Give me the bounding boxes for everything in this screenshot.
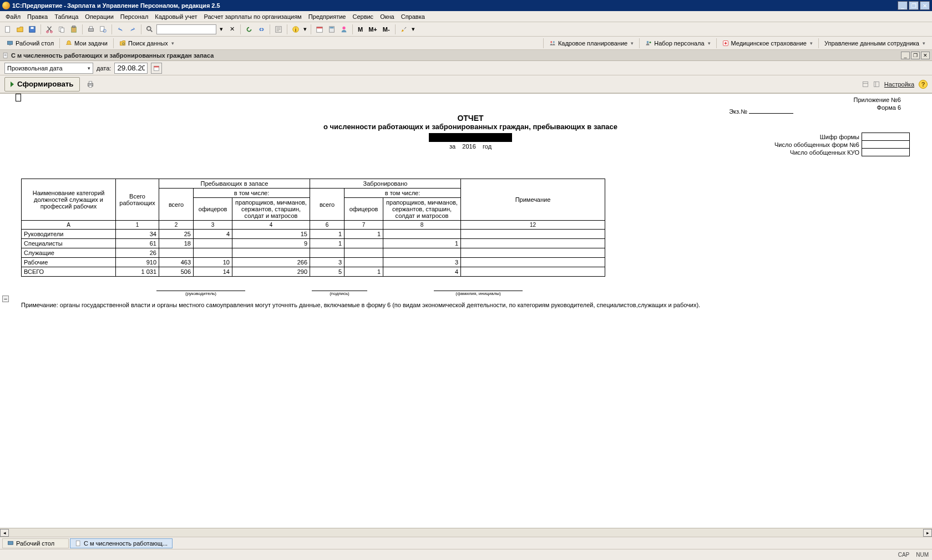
menu-windows[interactable]: Окна [377, 13, 398, 20]
date-input[interactable] [114, 63, 148, 74]
sig-sign-label: (подпись) [312, 291, 367, 296]
search-clear-icon[interactable]: ✕ [226, 24, 237, 35]
scroll-left-button[interactable]: ◂ [0, 529, 9, 537]
brush-icon[interactable] [398, 24, 409, 35]
search-input[interactable] [156, 24, 216, 34]
task-desktop[interactable]: Рабочий стол [2, 538, 69, 548]
m-minus-button[interactable]: M- [381, 24, 392, 35]
fold-handle[interactable]: − [2, 296, 9, 302]
person-icon[interactable] [338, 24, 350, 35]
meta-kuo-value[interactable] [862, 149, 910, 156]
col-note: Примечание [461, 179, 605, 221]
calendar-button[interactable] [151, 63, 162, 74]
document-title: С м численность работающих и забронирова… [11, 52, 214, 59]
props-icon[interactable] [273, 24, 284, 35]
print-icon[interactable] [85, 24, 97, 35]
nav-desktop[interactable]: Рабочий стол [2, 38, 58, 49]
people-icon [549, 40, 556, 47]
settings-link[interactable]: Настройка [884, 81, 914, 88]
open-icon[interactable] [14, 24, 26, 35]
doc-icon [75, 540, 82, 547]
calendar-icon[interactable] [314, 24, 325, 35]
info-icon[interactable]: i [290, 24, 301, 35]
doc-close-button[interactable]: ✕ [921, 52, 930, 59]
svg-rect-11 [100, 26, 104, 31]
nav-recruit[interactable]: Набор персонала ▾ [641, 38, 715, 49]
restore-button[interactable]: ❐ [909, 1, 919, 10]
calendar-icon [153, 65, 160, 72]
ekz-value [749, 113, 793, 114]
m-button[interactable]: M [356, 24, 365, 35]
menu-help[interactable]: Справка [398, 13, 428, 20]
svg-rect-38 [76, 541, 80, 546]
preview-icon[interactable] [98, 24, 109, 35]
menu-file[interactable]: Файл [2, 13, 24, 20]
form-button-label: Сформировать [17, 80, 74, 88]
save-icon[interactable] [27, 24, 38, 35]
minimize-button[interactable]: _ [898, 1, 908, 10]
cut-icon[interactable] [44, 24, 55, 35]
nav-kadr-plan-label: Кадровое планирование [558, 40, 627, 47]
menu-kadr[interactable]: Кадровый учет [151, 13, 200, 20]
menu-operations[interactable]: Операции [82, 13, 116, 20]
refresh-icon[interactable] [244, 24, 255, 35]
menu-table[interactable]: Таблица [51, 13, 82, 20]
link-icon[interactable] [256, 24, 267, 35]
menu-payroll[interactable]: Расчет зарплаты по организациям [200, 13, 305, 20]
m-plus-button[interactable]: M+ [366, 24, 379, 35]
table-row: Служащие26 [22, 248, 605, 258]
svg-rect-7 [72, 27, 77, 32]
task-doc-label: С м численность работающ... [84, 540, 168, 547]
svg-rect-20 [330, 27, 334, 28]
col-booked-all: всего [310, 189, 345, 221]
close-button[interactable]: ✕ [920, 1, 930, 10]
doc-restore-button[interactable]: ❐ [911, 52, 920, 59]
text-cursor [16, 94, 21, 101]
search-dropdown[interactable]: ▾ [217, 24, 225, 35]
doc-minimize-button[interactable]: _ [901, 52, 910, 59]
col-cat: Наименование категорий должностей служащ… [22, 179, 116, 221]
svg-rect-6 [60, 28, 64, 32]
menu-edit[interactable]: Правка [24, 13, 51, 20]
info-dropdown[interactable]: ▾ [302, 24, 308, 35]
menu-enterprise[interactable]: Предприятие [305, 13, 350, 20]
nav-emp-data[interactable]: Управление данными сотрудника ▾ [820, 38, 930, 49]
nav-data-search[interactable]: Поиск данных ▾ [115, 38, 179, 49]
menu-personnel[interactable]: Персонал [117, 13, 152, 20]
form-button[interactable]: Сформировать [4, 77, 80, 91]
period-combo-label: Произвольная дата [7, 65, 63, 72]
calc-icon[interactable] [326, 24, 337, 35]
col-booked-sub: в том числе: [345, 189, 461, 198]
nav-kadr-plan[interactable]: Кадровое планирование ▾ [545, 38, 638, 49]
svg-point-26 [553, 41, 555, 43]
table-row: Рабочие9104631026633 [22, 258, 605, 267]
nav-med-insure[interactable]: Медицинское страхование ▾ [718, 38, 817, 49]
svg-rect-36 [874, 82, 879, 86]
print-button[interactable] [84, 78, 97, 90]
h-scrollbar[interactable]: ◂ ▸ [0, 528, 932, 537]
copy-icon[interactable] [56, 24, 67, 35]
period-combo[interactable]: Произвольная дата ▾ [4, 63, 93, 74]
col-booked: Забронировано [310, 179, 461, 189]
search-icon[interactable] [144, 24, 155, 35]
bell-icon [65, 40, 72, 47]
meta-forms6-value[interactable] [862, 141, 910, 149]
nav-my-tasks[interactable]: Мои задачи [61, 38, 112, 49]
nav-desktop-label: Рабочий стол [16, 40, 54, 47]
svg-rect-35 [863, 82, 868, 86]
redo-icon[interactable] [127, 24, 138, 35]
scroll-right-button[interactable]: ▸ [923, 529, 932, 537]
sig-name-label: (фамилия, инициалы) [434, 291, 523, 296]
menu-service[interactable]: Сервис [349, 13, 377, 20]
help-icon[interactable]: ? [919, 80, 928, 89]
brush-dropdown[interactable]: ▾ [411, 24, 416, 35]
task-current-doc[interactable]: С м численность работающ... [70, 538, 173, 548]
svg-rect-8 [72, 26, 75, 27]
meta-code-value[interactable] [862, 133, 910, 141]
panel-icon-2[interactable] [873, 81, 880, 88]
paste-icon[interactable] [68, 24, 79, 35]
panel-icon-1[interactable] [862, 81, 869, 88]
new-icon[interactable] [2, 24, 13, 35]
undo-icon[interactable] [115, 24, 126, 35]
svg-rect-18 [317, 27, 323, 28]
